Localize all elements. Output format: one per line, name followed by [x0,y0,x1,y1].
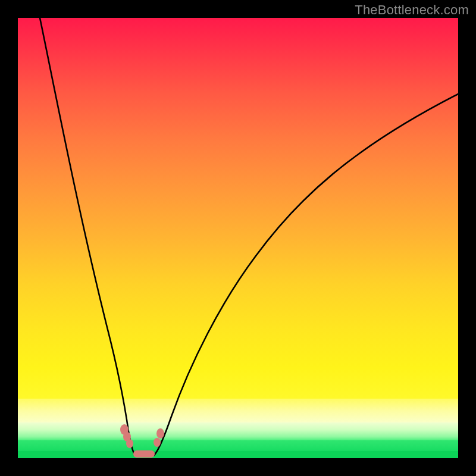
chart-frame: TheBottleneck.com [0,0,476,476]
bottleneck-curve [18,18,458,458]
plot-area [18,18,458,458]
marker-right-1 [154,438,161,447]
marker-left-3 [126,439,133,448]
watermark-text: TheBottleneck.com [355,2,469,18]
marker-valley-bar [133,450,155,458]
marker-right-2 [156,428,164,439]
